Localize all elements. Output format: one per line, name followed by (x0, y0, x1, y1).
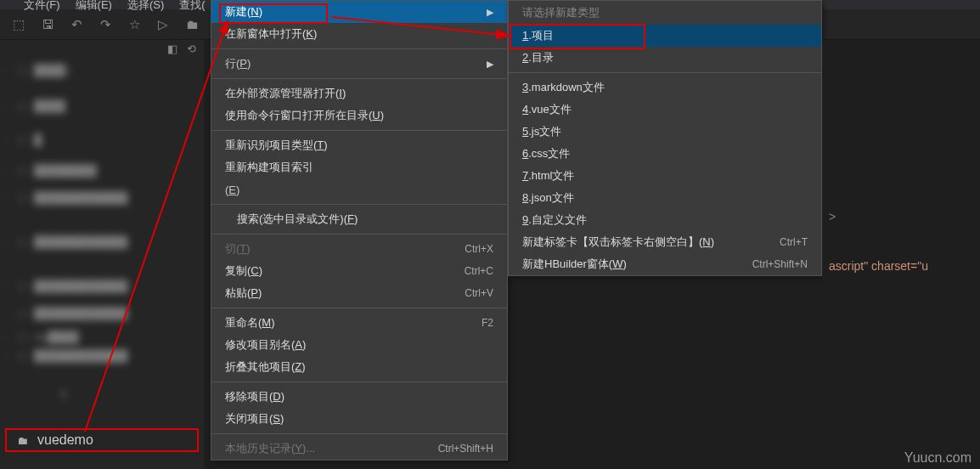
sidebar-item-vuedemo[interactable]: 🖿 vuedemo (5, 428, 199, 452)
sidebar-collapse-icon[interactable]: ◧ (165, 42, 180, 55)
editor[interactable]: > ascript" charset="u er: 0 (822, 40, 980, 469)
submenu-arrow-icon: ▶ (487, 7, 493, 18)
tree-item[interactable]: ›▢████.i (0, 60, 204, 79)
menu-item[interactable]: 复制(C)Ctrl+C (211, 260, 507, 282)
menu-item[interactable]: 移除项目(D) (211, 386, 507, 408)
tree-item[interactable]: ›▢████████████ (0, 232, 204, 251)
shortcut-label: Ctrl+X (465, 243, 493, 255)
shortcut-label: Ctrl+T (780, 236, 808, 248)
submenu-item[interactable]: 5.js文件 (509, 121, 821, 143)
tool-save-icon[interactable]: 🖫 (36, 13, 59, 37)
submenu-item[interactable]: 1.项目 (509, 25, 821, 47)
sidebar-header: ◧ ⟲ (0, 40, 204, 57)
menu-file[interactable]: 文件(F) (24, 0, 60, 13)
submenu-header: 请选择新建类型 (509, 1, 821, 25)
menu-item[interactable]: 重新构建项目索引 (211, 156, 507, 178)
menu-find[interactable]: 查找( (179, 0, 205, 13)
folder-icon: 🖿 (17, 434, 31, 447)
tree-item[interactable]: ›▢████████████ (0, 188, 204, 206)
menu-item[interactable]: 新建(N)▶ (211, 1, 507, 23)
submenu-item[interactable]: 7.html文件 (509, 165, 821, 187)
tool-explorer-icon[interactable]: 🖿 (180, 13, 204, 37)
tool-play-icon[interactable]: ▷ (151, 13, 175, 37)
menu-item[interactable]: 本地历史记录(Y)...Ctrl+Shift+H (211, 438, 507, 460)
menu-item[interactable]: 搜索(选中目录或文件)(F) (211, 208, 507, 230)
menu-item[interactable]: 关闭项目(S) (211, 408, 507, 430)
submenu-item[interactable]: 新建标签卡【双击标签卡右侧空白】(N)Ctrl+T (509, 231, 821, 253)
menu-item[interactable]: 重命名(M)F2 (211, 312, 507, 334)
submenu-item[interactable]: 新建HBuilder窗体(W)Ctrl+Shift+N (509, 253, 821, 275)
submenu-arrow-icon: ▶ (487, 59, 493, 70)
menu-edit[interactable]: 编辑(E) (76, 0, 112, 13)
tree-item[interactable]: ›▢████████████ (0, 303, 204, 322)
menu-item[interactable]: 切(T)Ctrl+X (211, 238, 507, 260)
shortcut-label: Ctrl+Shift+H (438, 443, 493, 455)
submenu-item[interactable]: 9.自定义文件 (509, 209, 821, 231)
submenu-item[interactable]: 3.markdown文件 (509, 76, 821, 99)
watermark: Yuucn.com (904, 450, 972, 466)
sidebar: ›▢████.i ›▢████ ›▢█ ›▢████████ ›▢███████… (0, 57, 204, 469)
submenu-item[interactable]: 6.css文件 (509, 143, 821, 165)
tool-icon-1[interactable]: ⬚ (7, 13, 31, 37)
submenu-new: 请选择新建类型1.项目2.目录3.markdown文件4.vue文件5.js文件… (508, 0, 822, 276)
shortcut-label: Ctrl+C (465, 265, 493, 277)
menu-item[interactable]: (E) (211, 178, 507, 201)
submenu-item[interactable]: 2.目录 (509, 47, 821, 69)
menu-item[interactable]: 使用命令行窗口打开所在目录(U) (211, 105, 507, 127)
tool-icon-3[interactable]: ↶ (65, 13, 88, 37)
shortcut-label: F2 (482, 317, 493, 329)
vuedemo-label: vuedemo (37, 432, 93, 448)
sidebar-sync-icon[interactable]: ⟲ (183, 42, 199, 55)
menu-item[interactable]: 行(P)▶ (211, 53, 507, 75)
shortcut-label: Ctrl+V (465, 287, 493, 299)
menu-item[interactable]: 粘贴(P)Ctrl+V (211, 282, 507, 304)
context-menu: 新建(N)▶在新窗体中打开(K)行(P)▶在外部资源管理器打开(I)使用命令行窗… (211, 0, 508, 461)
menu-item[interactable]: 修改项目别名(A) (211, 334, 507, 356)
menu-item[interactable]: 在新窗体中打开(K) (211, 23, 507, 45)
menu-select[interactable]: 选择(S) (127, 0, 164, 13)
tree-item[interactable]: ›▢█ (0, 130, 204, 149)
tree-item[interactable]: ›▢████████ (0, 161, 204, 179)
tool-go-icon[interactable]: ↷ (93, 13, 117, 37)
menu-item[interactable]: 重新识别项目类型(T) (211, 134, 507, 156)
submenu-item[interactable]: 4.vue文件 (509, 99, 821, 121)
tree-item[interactable]: ›▢Ap████ (0, 327, 204, 346)
tree-item[interactable]: ›▢████████████ (0, 346, 204, 364)
tree-item[interactable]: r} (0, 383, 204, 402)
shortcut-label: Ctrl+Shift+N (752, 258, 808, 270)
submenu-item[interactable]: 8.json文件 (509, 187, 821, 209)
tool-star-icon[interactable]: ☆ (122, 13, 146, 37)
tree-item[interactable]: ›▢████████████ (0, 276, 204, 295)
menu-item[interactable]: 折叠其他项目(Z) (211, 356, 507, 378)
tree-item[interactable]: ›▢████ (0, 96, 204, 115)
menu-item[interactable]: 在外部资源管理器打开(I) (211, 82, 507, 105)
